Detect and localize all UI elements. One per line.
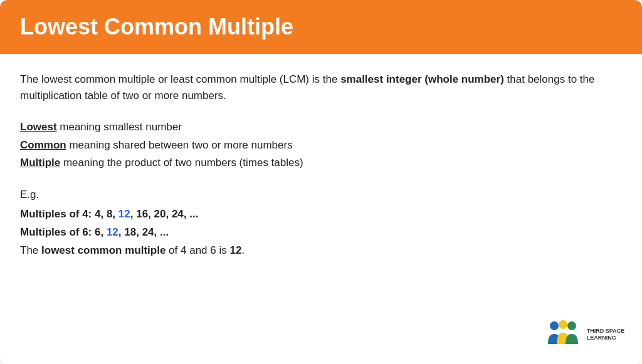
header: Lowest Common Multiple xyxy=(0,0,642,54)
definitions-block: Lowest meaning smallest number Common me… xyxy=(20,118,622,173)
def-lowest: Lowest meaning smallest number xyxy=(20,118,622,137)
svg-point-2 xyxy=(567,321,576,330)
multiples-4-rest: , 16, 20, 24, ... xyxy=(130,208,199,220)
intro-bold: smallest integer (whole number) xyxy=(340,73,504,85)
multiples-6-rest: , 18, 24, ... xyxy=(118,226,169,238)
conclusion-answer: 12 xyxy=(229,244,241,256)
multiples-4-highlight: 12 xyxy=(118,208,130,220)
def-common: Common meaning shared between two or mor… xyxy=(20,137,622,155)
term-common: Common xyxy=(20,139,66,151)
multiples-6-line: Multiples of 6: 6, 12, 18, 24, ... xyxy=(20,224,622,242)
tsl-logo-icon xyxy=(545,320,581,349)
brand-name: THIRD SPACELEARNING xyxy=(587,328,624,341)
conclusion-part1: The xyxy=(20,244,41,256)
content-area: The lowest common multiple or least comm… xyxy=(0,54,642,364)
meaning-lowest: meaning smallest number xyxy=(57,121,182,133)
conclusion-bold: lowest common multiple xyxy=(41,244,166,256)
def-multiple: Multiple meaning the product of two numb… xyxy=(20,154,622,172)
card: Lowest Common Multiple The lowest common… xyxy=(0,0,642,364)
multiples-4-line: Multiples of 4: 4, 8, 12, 16, 20, 24, ..… xyxy=(20,205,622,224)
intro-part1: The lowest common multiple or least comm… xyxy=(20,73,340,85)
term-lowest: Lowest xyxy=(20,121,57,133)
conclusion-part2: of 4 and 6 is xyxy=(166,244,229,256)
multiples-4-label: Multiples of 4: 4, 8, xyxy=(20,208,118,220)
conclusion-line: The lowest common multiple of 4 and 6 is… xyxy=(20,242,622,260)
term-multiple: Multiple xyxy=(20,157,60,169)
eg-label: E.g. xyxy=(20,186,622,204)
multiples-6-highlight: 12 xyxy=(107,226,118,238)
logo-area: THIRD SPACELEARNING xyxy=(545,320,624,349)
examples-block: E.g. Multiples of 4: 4, 8, 12, 16, 20, 2… xyxy=(20,186,622,260)
intro-paragraph: The lowest common multiple or least comm… xyxy=(20,71,622,105)
meaning-common: meaning shared between two or more numbe… xyxy=(66,139,293,151)
page-title: Lowest Common Multiple xyxy=(20,14,622,40)
meaning-multiple: meaning the product of two numbers (time… xyxy=(60,157,303,169)
multiples-6-label: Multiples of 6: 6, xyxy=(20,226,107,238)
svg-point-0 xyxy=(550,321,559,330)
svg-point-1 xyxy=(559,320,567,329)
conclusion-end: . xyxy=(241,244,245,256)
